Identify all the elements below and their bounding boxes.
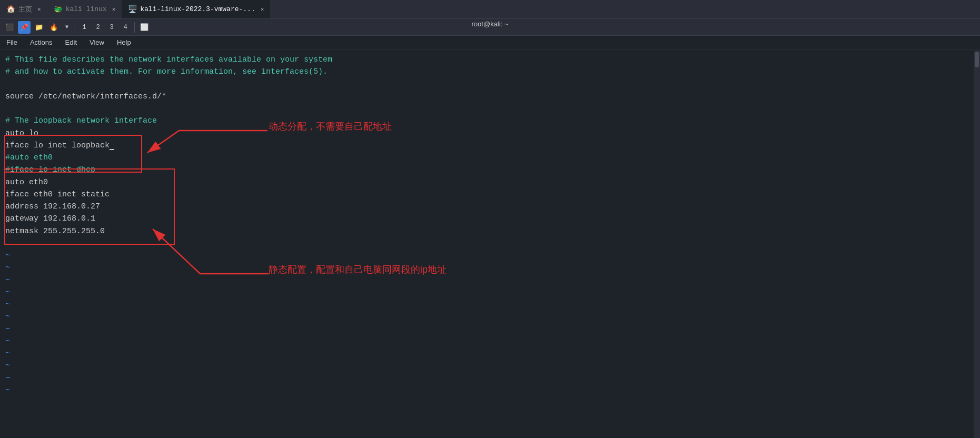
line-12: iface eth0 inet static <box>5 188 975 201</box>
terminal[interactable]: # This file describes the network interf… <box>0 51 980 438</box>
tab-home[interactable]: 🏠 主页 ✕ <box>0 0 47 18</box>
tab-kali-label: kali linux <box>66 5 107 13</box>
tab-home-close[interactable]: ✕ <box>37 6 41 13</box>
toolbar-num-1[interactable]: 1 <box>78 22 90 33</box>
line-tilde-12: ~ <box>5 384 975 396</box>
toolbar-btn-resize[interactable]: ⬛ <box>3 21 16 34</box>
line-tilde-3: ~ <box>5 274 975 286</box>
line-tilde-5: ~ <box>5 298 975 311</box>
window-title: root@kali: ~ <box>472 20 509 28</box>
annotation-upper-text: 动态分配，不需要自己配地址 <box>269 120 392 133</box>
line-tilde-4: ~ <box>5 286 975 298</box>
tab-vmware-close[interactable]: ✕ <box>261 6 264 13</box>
home-icon: 🏠 <box>6 5 15 14</box>
line-tilde-8: ~ <box>5 335 975 347</box>
line-3 <box>5 78 975 91</box>
line-16 <box>5 237 975 250</box>
toolbar-num-4[interactable]: 4 <box>120 22 131 33</box>
line-11: auto eth0 <box>5 176 975 188</box>
tab-vmware-label: kali-linux-2022.3-vmware-... <box>140 5 255 13</box>
toolbar-btn-dropdown[interactable]: ▼ <box>62 21 72 34</box>
scrollbar-thumb[interactable] <box>975 52 979 67</box>
menu-bar: File Actions Edit View Help <box>0 36 980 49</box>
toolbar-btn-square[interactable]: ⬜ <box>138 21 151 34</box>
toolbar-separator <box>75 22 75 33</box>
menu-file[interactable]: File <box>3 37 21 47</box>
line-tilde-7: ~ <box>5 323 975 335</box>
vmware-icon: 🖥️ <box>128 5 137 14</box>
menu-edit[interactable]: Edit <box>62 37 80 47</box>
line-9: #auto eth0 <box>5 152 975 164</box>
toolbar-btn-folder[interactable]: 📁 <box>33 21 45 34</box>
scrollbar[interactable] <box>974 51 980 438</box>
tab-kali-close[interactable]: ✕ <box>112 6 116 13</box>
toolbar-separator-2 <box>134 22 135 33</box>
line-6: # The loopback network interface <box>5 115 975 127</box>
kali-icon: 🐲 <box>54 5 63 14</box>
line-10: #iface lo inet dhcp <box>5 164 975 176</box>
line-tilde-2: ~ <box>5 262 975 274</box>
toolbar-num-3[interactable]: 3 <box>106 22 117 33</box>
toolbar-btn-fire[interactable]: 🔥 <box>47 21 60 34</box>
line-1: # This file describes the network interf… <box>5 54 975 66</box>
line-tilde-6: ~ <box>5 311 975 323</box>
line-4: source /etc/network/interfaces.d/* <box>5 91 975 103</box>
tab-kali[interactable]: 🐲 kali linux ✕ <box>47 0 122 18</box>
tab-home-label: 主页 <box>18 5 32 14</box>
toolbar-num-2[interactable]: 2 <box>92 22 104 33</box>
title-bar: 🏠 主页 ✕ 🐲 kali linux ✕ 🖥️ kali-linux-2022… <box>0 0 980 19</box>
menu-actions[interactable]: Actions <box>27 37 56 47</box>
tab-vmware[interactable]: 🖥️ kali-linux-2022.3-vmware-... ✕ <box>122 0 270 18</box>
line-13: address 192.168.0.27 <box>5 201 975 213</box>
line-2: # and how to activate them. For more inf… <box>5 66 975 78</box>
line-tilde-9: ~ <box>5 347 975 360</box>
line-8: iface lo inet loopback█ <box>5 140 975 152</box>
menu-help[interactable]: Help <box>114 37 134 47</box>
annotation-lower-text: 静态配置，配置和自己电脑同网段的ip地址 <box>269 263 447 276</box>
line-tilde-11: ~ <box>5 372 975 384</box>
line-tilde-1: ~ <box>5 250 975 262</box>
line-15: netmask 255.255.255.0 <box>5 225 975 237</box>
line-tilde-10: ~ <box>5 360 975 372</box>
toolbar-btn-pin[interactable]: 📌 <box>18 21 31 34</box>
line-5 <box>5 103 975 115</box>
line-14: gateway 192.168.0.1 <box>5 213 975 225</box>
line-7: auto lo <box>5 127 975 140</box>
menu-view[interactable]: View <box>86 37 107 47</box>
